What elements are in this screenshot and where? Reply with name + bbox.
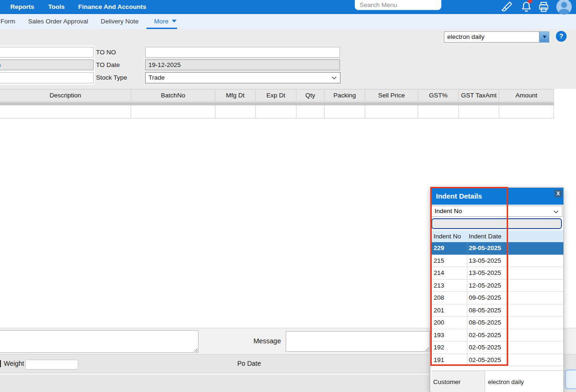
col-sell-price: Sell Price (365, 89, 418, 101)
indent-row[interactable]: 191 02-05-2025 (430, 354, 563, 367)
close-icon[interactable]: X (554, 190, 562, 197)
empty-cell (509, 329, 563, 341)
cell-gst-taxamt[interactable] (459, 105, 499, 118)
menu-reports[interactable]: Reports (10, 0, 34, 14)
stock-type-select[interactable]: Trade (145, 72, 340, 83)
indent-no-cell: 215 (430, 255, 467, 267)
po-date-label: Po Date (216, 354, 282, 373)
indent-no-cell: 191 (430, 354, 467, 366)
indent-table-body: 229 29-05-2025 215 13-05-2025 214 13-05-… (430, 242, 563, 366)
avatar-head (561, 2, 567, 8)
col-batchno: BatchNo (131, 89, 215, 101)
indent-date-cell: 12-05-2025 (467, 280, 509, 292)
customer-label: Customer (431, 370, 485, 392)
indent-no-column-header: Indent No (430, 230, 467, 242)
indent-row[interactable]: 193 02-05-2025 (430, 329, 563, 342)
cell-batchno[interactable] (131, 105, 215, 118)
to-date-input[interactable] (145, 59, 340, 70)
col-packing: Packing (325, 89, 365, 101)
col-exp-dt: Exp Dt (256, 89, 296, 101)
to-date-label: TO Date (96, 59, 120, 71)
indent-date-cell: 09-05-2025 (467, 292, 509, 304)
help-icon[interactable]: ? (556, 31, 567, 42)
indent-row[interactable]: 192 02-05-2025 (430, 341, 563, 354)
menu-tools[interactable]: Tools (48, 0, 65, 14)
col-description: Description (0, 89, 131, 101)
chevron-down-icon (554, 210, 559, 214)
cell-amount[interactable] (499, 105, 554, 118)
indent-no-cell: 229 (430, 242, 467, 254)
indent-no-cell: 193 (430, 329, 467, 341)
indent-no-cell: 201 (430, 304, 467, 317)
empty-cell (509, 317, 563, 329)
cell-gst-pct[interactable] (418, 105, 459, 118)
popup-title: Indent Details (436, 188, 482, 205)
indent-filter-value: Indent No (435, 207, 462, 214)
cell-packing[interactable] (325, 105, 365, 118)
indent-row-selected[interactable]: 229 29-05-2025 (430, 242, 563, 255)
indent-date-cell: 13-05-2025 (467, 267, 509, 279)
col-amount: Amount (499, 89, 554, 101)
tab-more[interactable]: More (154, 14, 177, 29)
cell-mfg-dt[interactable] (215, 105, 256, 118)
left-field-3[interactable] (0, 72, 94, 83)
clipped-right-edge-field[interactable] (565, 370, 576, 389)
indent-date-column-header: Indent Date (467, 230, 509, 242)
indent-search-input[interactable] (431, 218, 562, 229)
indent-date-cell: 02-05-2025 (467, 341, 509, 354)
indent-row[interactable]: 214 13-05-2025 (430, 267, 563, 280)
menu-finance-and-accounts[interactable]: Finance And Accounts (78, 0, 146, 14)
cell-sell-price[interactable] (365, 105, 418, 118)
arrow-down-icon (543, 36, 546, 38)
indent-no-cell: 213 (430, 280, 467, 292)
popup-header: Indent Details (430, 188, 563, 205)
to-no-label: TO NO (96, 47, 116, 58)
indent-date-cell: 13-05-2025 (467, 255, 509, 267)
cell-exp-dt[interactable] (256, 105, 296, 118)
table-separator-band (0, 102, 554, 105)
company-dropdown[interactable]: electron daily (444, 31, 539, 43)
indent-no-cell: 200 (430, 317, 467, 329)
empty-cell (509, 242, 563, 254)
to-no-input[interactable] (145, 47, 340, 58)
tab-delivery-note[interactable]: Delivery Note (101, 14, 139, 29)
user-avatar[interactable] (556, 0, 572, 15)
indent-row[interactable]: 215 13-05-2025 (430, 255, 563, 267)
tab-bar: Form Sales Order Approval Delivery Note … (0, 14, 576, 29)
cell-description[interactable] (0, 105, 131, 118)
empty-cell (509, 304, 563, 317)
indent-details-popup: Indent Details X Indent No Indent No Ind… (430, 187, 564, 392)
search-menu-input[interactable] (354, 0, 442, 10)
indent-table-header: Indent No Indent Date (430, 230, 563, 242)
left-field-2[interactable] (0, 59, 94, 70)
indent-row[interactable]: 200 08-05-2025 (430, 317, 563, 329)
brush-icon[interactable] (500, 0, 513, 14)
weight-input[interactable] (25, 360, 78, 370)
indent-no-cell: 208 (430, 292, 467, 304)
weight-label: Weight (4, 354, 24, 373)
indent-date-cell: 02-05-2025 (467, 354, 509, 366)
col-qty: Qty (296, 89, 325, 101)
clipped-label-fragment (0, 360, 1, 367)
indent-date-cell: 08-05-2025 (467, 317, 509, 329)
indent-row[interactable]: 201 08-05-2025 (430, 304, 563, 317)
tab-form[interactable]: Form (0, 14, 15, 29)
top-nav-bar: Reports Tools Finance And Accounts (0, 0, 576, 14)
message-textarea[interactable] (286, 331, 430, 352)
tab-sales-order-approval[interactable]: Sales Order Approval (28, 14, 88, 29)
indent-row[interactable]: 208 09-05-2025 (430, 292, 563, 304)
col-gst-taxamt: GST TaxAmt (459, 89, 499, 101)
screen: Reports Tools Finance And Accounts Form … (0, 0, 576, 392)
indent-filter-select[interactable]: Indent No (431, 206, 562, 217)
chevron-down-icon (172, 20, 177, 22)
customer-value: electron daily (485, 370, 563, 392)
empty-cell (509, 280, 563, 292)
cell-qty[interactable] (296, 105, 325, 118)
col-mfg-dt: Mfg Dt (215, 89, 256, 101)
indent-row[interactable]: 213 12-05-2025 (430, 280, 563, 292)
items-table-header: Description BatchNo Mfg Dt Exp Dt Qty Pa… (0, 89, 554, 102)
left-field-1[interactable] (0, 47, 94, 58)
remarks-textarea[interactable] (0, 330, 199, 353)
company-dropdown-arrow-button[interactable] (539, 31, 549, 43)
printer-icon[interactable] (537, 0, 550, 14)
